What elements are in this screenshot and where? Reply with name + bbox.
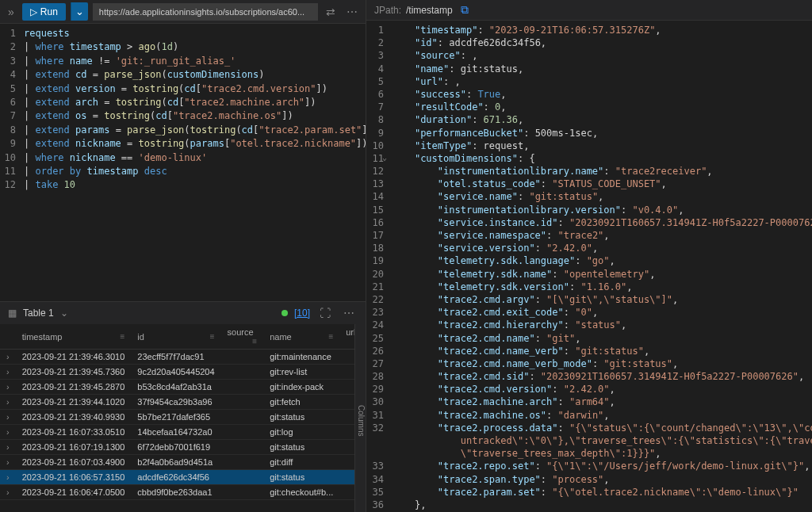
expand-row-icon[interactable]: › [0,365,16,380]
column-header[interactable]: source≡ [221,324,264,350]
query-editor[interactable]: 1requests2| where timestamp > ago(1d)3| … [0,24,366,301]
jpath-value: /timestamp [406,5,453,16]
table-row[interactable]: ›2023-09-21 16:07:33.051014bcefaa164732a… [0,425,366,440]
table-row[interactable]: ›2023-09-21 21:39:45.2870b53c8cd4af2ab31… [0,380,366,395]
run-button[interactable]: ▷ Run [22,3,66,21]
toolbar: » ▷ Run ⌄ ⇄ ⋯ [0,0,366,24]
copy-icon[interactable]: ⧉ [458,2,472,18]
results-table-wrap: timestamp≡id≡source≡name≡url≡ ›2023-09-2… [0,324,366,512]
editor-settings-icon[interactable]: ⇄ [323,4,339,20]
expand-row-icon[interactable]: › [0,440,16,455]
right-panel: JPath: /timestamp ⧉ ⛶ ⋯ 1 "timestamp": "… [366,0,812,512]
results-tab-label[interactable]: Table 1 [23,308,54,319]
results-panel: ▦ Table 1 ⌄ [10] ⛶ ⋯ timestamp≡id≡source… [0,301,366,512]
results-header: ▦ Table 1 ⌄ [10] ⛶ ⋯ [0,302,366,324]
expand-row-icon[interactable]: › [0,410,16,425]
ellipsis-chevron-icon[interactable]: » [5,6,17,18]
run-split-button[interactable]: ⌄ [71,2,88,21]
expand-row-icon[interactable]: › [0,455,16,470]
columns-sidebar-tab[interactable]: Columns [354,324,366,512]
url-input[interactable] [93,3,318,21]
expand-row-icon[interactable]: › [0,485,16,500]
jpath-header: JPath: /timestamp ⧉ ⛶ ⋯ [366,0,812,21]
table-row[interactable]: ›2023-09-21 16:07:03.4900b2f4a0b6ad9d451… [0,455,366,470]
table-row[interactable]: ›2023-09-21 16:06:57.3150adcdfe626dc34f5… [0,470,366,485]
play-icon: ▷ [30,6,37,17]
table-row[interactable]: ›2023-09-21 21:39:45.73609c2d20a40544520… [0,365,366,380]
column-header[interactable]: timestamp≡ [16,324,132,350]
chevron-down-icon[interactable]: ⌄ [60,308,68,319]
results-table: timestamp≡id≡source≡name≡url≡ ›2023-09-2… [0,324,366,500]
status-success-icon [282,310,288,316]
expand-row-icon[interactable]: › [0,425,16,440]
table-row[interactable]: ›2023-09-21 21:39:40.99305b7be217dafef36… [0,410,366,425]
expand-row-icon[interactable]: › [0,395,16,410]
table-row[interactable]: ›2023-09-21 16:07:19.13006f72debb7001f61… [0,440,366,455]
record-count[interactable]: [10] [294,308,310,319]
expand-row-icon[interactable]: › [0,380,16,395]
jpath-label: JPath: [374,5,401,16]
column-header[interactable]: id≡ [131,324,220,350]
json-viewer[interactable]: 1 "timestamp": "2023-09-21T16:06:57.3152… [366,21,812,512]
column-header[interactable]: name≡ [263,324,339,350]
left-panel: » ▷ Run ⌄ ⇄ ⋯ 1requests2| where timestam… [0,0,366,512]
table-row[interactable]: ›2023-09-21 16:06:47.0500cbbd9f0be263daa… [0,485,366,500]
expand-row-icon[interactable]: › [0,350,16,365]
table-row[interactable]: ›2023-09-21 21:39:44.102037f9454ca29b3a9… [0,395,366,410]
run-button-label: Run [40,6,58,17]
fold-icon[interactable]: ⌄ [382,152,387,163]
expand-row-icon[interactable]: › [0,470,16,485]
results-expand-icon[interactable]: ⛶ [316,305,334,321]
more-icon[interactable]: ⋯ [343,4,361,20]
table-row[interactable]: ›2023-09-21 21:39:46.301023ecff5f7f7dac9… [0,350,366,365]
table-icon: ▦ [8,308,17,319]
results-more-icon[interactable]: ⋯ [340,305,358,321]
